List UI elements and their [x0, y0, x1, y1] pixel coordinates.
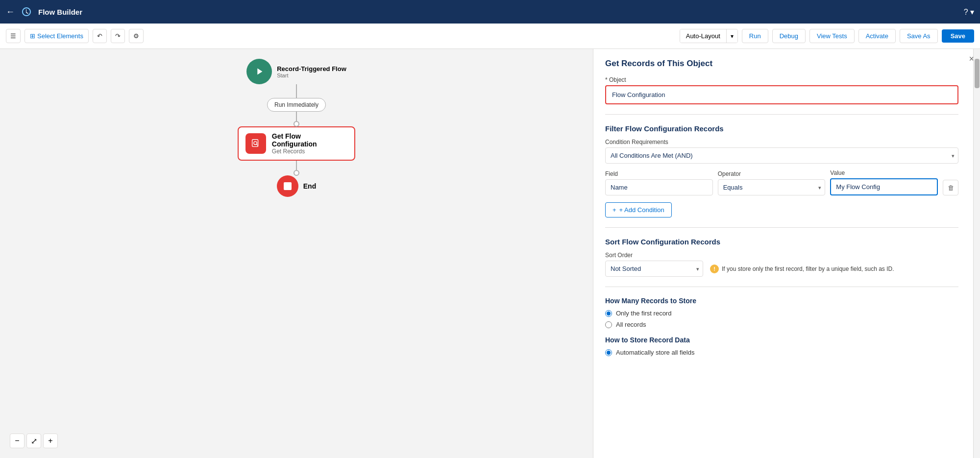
- delete-condition-button[interactable]: 🗑: [943, 180, 958, 195]
- end-circle[interactable]: [277, 175, 298, 197]
- radio-all-records[interactable]: All records: [605, 321, 958, 328]
- condition-operator-wrap: Operator Equals ▾: [718, 170, 826, 195]
- view-tests-button[interactable]: View Tests: [809, 29, 855, 43]
- get-records-box[interactable]: Get Flow Configuration Get Records: [238, 126, 355, 161]
- scrollbar-thumb[interactable]: [975, 59, 980, 88]
- object-input[interactable]: [607, 87, 956, 102]
- field-input[interactable]: [605, 179, 713, 195]
- radio-first-record-label: Only the first record: [616, 310, 671, 317]
- connector-circle-1: [294, 121, 299, 127]
- run-immediately-node: Run Immediately: [267, 98, 326, 112]
- zoom-fit-button[interactable]: ⤢: [26, 434, 41, 448]
- get-records-node[interactable]: Get Flow Configuration Get Records: [238, 126, 355, 161]
- condition-requirements-label: Condition Requirements: [605, 139, 958, 145]
- add-condition-label: + Add Condition: [619, 206, 664, 214]
- svg-marker-0: [258, 69, 263, 75]
- flow-container: Record-Triggered Flow Start Run Immediat…: [0, 49, 593, 458]
- panel-content: Get Records of This Object * Object Filt…: [593, 49, 973, 371]
- app-title: Flow Builder: [38, 8, 82, 16]
- select-elements-button[interactable]: ⊞ Select Elements: [24, 29, 89, 43]
- radio-auto-store[interactable]: Automatically store all fields: [605, 349, 958, 356]
- radio-first-record-input[interactable]: [605, 310, 612, 317]
- sort-row: Not Sorted ▾ ! If you store only the fir…: [605, 261, 958, 277]
- topbar: ← Flow Builder ? ▾: [0, 0, 980, 24]
- connector-2: [296, 112, 297, 126]
- end-label: End: [303, 182, 316, 190]
- divider-2: [605, 227, 958, 228]
- radio-all-records-label: All records: [616, 321, 646, 328]
- divider-1: [605, 114, 958, 115]
- condition-value-wrap: Value: [830, 169, 938, 195]
- operator-label: Operator: [718, 170, 826, 177]
- sort-order-select[interactable]: Not Sorted: [605, 261, 703, 277]
- get-records-label: Get Flow Configuration: [272, 132, 347, 148]
- store-section: How to Store Record Data Automatically s…: [605, 336, 958, 356]
- right-panel: × Get Records of This Object * Object Fi…: [593, 49, 980, 458]
- main-layout: Record-Triggered Flow Start Run Immediat…: [0, 49, 980, 458]
- connector-circle-2: [294, 170, 299, 176]
- svg-point-2: [254, 142, 257, 145]
- run-button[interactable]: Run: [742, 29, 768, 43]
- warning-icon: !: [710, 265, 719, 273]
- sidebar-toggle-button[interactable]: ☰: [6, 29, 21, 43]
- end-circle-inner: [284, 182, 292, 190]
- start-node: Record-Triggered Flow Start: [246, 59, 346, 84]
- zoom-controls: − ⤢ +: [10, 434, 58, 448]
- condition-requirements-select-wrap: All Conditions Are Met (AND) ▾: [605, 147, 958, 164]
- zoom-out-button[interactable]: −: [10, 434, 24, 448]
- condition-requirements-select[interactable]: All Conditions Are Met (AND): [605, 147, 958, 164]
- radio-auto-store-input[interactable]: [605, 349, 612, 356]
- get-records-sublabel: Get Records: [272, 148, 347, 155]
- sort-select-wrap: Not Sorted ▾: [605, 261, 703, 277]
- operator-select[interactable]: Equals: [718, 179, 826, 195]
- radio-all-records-input[interactable]: [605, 321, 612, 328]
- condition-delete-wrap: 🗑: [943, 180, 958, 195]
- save-as-button[interactable]: Save As: [900, 29, 938, 43]
- condition-field-wrap: Field: [605, 170, 713, 195]
- sort-order-select-wrap: Not Sorted ▾: [605, 261, 703, 277]
- toolbar: ☰ ⊞ Select Elements ↶ ↷ ⚙ Auto-Layout ▾ …: [0, 24, 980, 49]
- save-button[interactable]: Save: [942, 29, 974, 43]
- canvas-area: Record-Triggered Flow Start Run Immediat…: [0, 49, 593, 458]
- svg-line-3: [256, 144, 258, 145]
- end-node: End: [277, 175, 316, 197]
- store-radio-group: Automatically store all fields: [605, 349, 958, 356]
- sort-section-title: Sort Flow Configuration Records: [605, 238, 958, 246]
- auto-layout-dropdown[interactable]: ▾: [727, 30, 737, 43]
- add-condition-button[interactable]: + + Add Condition: [605, 202, 672, 217]
- operator-select-wrap: Equals ▾: [718, 179, 826, 195]
- help-button[interactable]: ? ▾: [964, 7, 974, 17]
- auto-layout-button[interactable]: Auto-Layout: [680, 29, 727, 43]
- settings-button[interactable]: ⚙: [129, 29, 144, 43]
- field-label: Field: [605, 170, 713, 177]
- radio-auto-store-label: Automatically store all fields: [616, 349, 694, 356]
- radio-first-record[interactable]: Only the first record: [605, 310, 958, 317]
- start-label: Record-Triggered Flow: [277, 65, 346, 72]
- undo-button[interactable]: ↶: [93, 29, 107, 43]
- object-field: * Object: [605, 76, 958, 104]
- delete-icon: 🗑: [948, 184, 954, 192]
- connector-3: [296, 161, 297, 175]
- sort-warning: ! If you store only the first record, fi…: [710, 265, 894, 273]
- get-records-section-title: Get Records of This Object: [605, 59, 958, 69]
- run-immediately-label: Run Immediately: [267, 98, 326, 112]
- redo-button[interactable]: ↷: [111, 29, 125, 43]
- value-input[interactable]: [830, 178, 938, 195]
- debug-button[interactable]: Debug: [772, 29, 806, 43]
- object-label: * Object: [605, 76, 958, 83]
- start-circle[interactable]: [246, 59, 272, 84]
- sort-order-row: Sort Order Not Sorted ▾ ! If you store o…: [605, 252, 958, 277]
- sort-warning-text: If you store only the first record, filt…: [722, 265, 894, 272]
- records-radio-group: Only the first record All records: [605, 310, 958, 328]
- value-label: Value: [830, 169, 938, 176]
- activate-button[interactable]: Activate: [858, 29, 896, 43]
- get-records-icon: [245, 133, 266, 154]
- condition-row: Field Operator Equals ▾ Value: [605, 169, 958, 195]
- condition-requirements-field: Condition Requirements All Conditions Ar…: [605, 139, 958, 164]
- connector-1: [296, 84, 297, 98]
- scrollbar-track: [973, 49, 980, 458]
- back-button[interactable]: ←: [6, 7, 15, 17]
- store-section-title: How to Store Record Data: [605, 336, 958, 344]
- zoom-in-button[interactable]: +: [43, 434, 58, 448]
- records-section-title: How Many Records to Store: [605, 297, 958, 305]
